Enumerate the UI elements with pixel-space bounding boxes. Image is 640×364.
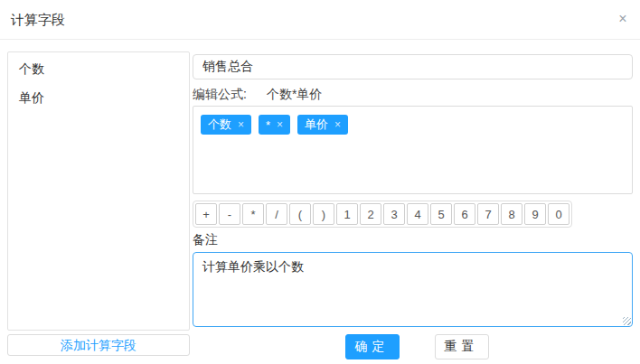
operator-key[interactable]: / bbox=[266, 203, 287, 225]
field-name-input[interactable] bbox=[193, 54, 633, 79]
field-list-item[interactable]: 个数 bbox=[8, 55, 189, 84]
field-list-item[interactable]: 单价 bbox=[8, 84, 189, 113]
formula-chip-label: * bbox=[266, 118, 270, 132]
formula-preview: 个数*单价 bbox=[267, 87, 322, 101]
operator-key[interactable]: - bbox=[219, 203, 240, 225]
operator-key[interactable]: 9 bbox=[524, 203, 546, 225]
chip-remove-icon[interactable]: × bbox=[277, 119, 283, 130]
textarea-resize-handle[interactable] bbox=[623, 317, 631, 325]
formula-chip-label: 个数 bbox=[208, 117, 231, 133]
operator-key[interactable]: 3 bbox=[383, 203, 405, 225]
operator-key[interactable]: ( bbox=[289, 203, 311, 225]
operator-key[interactable]: 6 bbox=[454, 203, 475, 225]
dialog-title: 计算字段 bbox=[11, 12, 65, 29]
formula-chip[interactable]: *× bbox=[259, 115, 290, 135]
chip-remove-icon[interactable]: × bbox=[334, 119, 341, 130]
remark-label: 备注 bbox=[193, 232, 218, 248]
formula-chip[interactable]: 单价× bbox=[297, 115, 348, 135]
operator-key[interactable]: 4 bbox=[407, 203, 428, 225]
close-icon[interactable]: × bbox=[613, 9, 633, 29]
operator-keypad: +-*/()1234567890 bbox=[193, 201, 572, 228]
operator-key[interactable]: 1 bbox=[336, 203, 358, 225]
formula-label: 编辑公式: bbox=[193, 87, 247, 101]
formula-chip[interactable]: 个数× bbox=[201, 115, 251, 135]
calc-field-dialog: 计算字段 × 个数单价 添加计算字段 编辑公式:个数*单价 个数×*×单价× +… bbox=[0, 0, 640, 364]
formula-editor-area[interactable]: 个数×*×单价× bbox=[193, 106, 633, 194]
operator-key[interactable]: 0 bbox=[548, 203, 569, 225]
reset-button[interactable]: 重置 bbox=[435, 334, 489, 359]
formula-chip-label: 单价 bbox=[305, 117, 328, 133]
chip-remove-icon[interactable]: × bbox=[238, 119, 244, 130]
remark-textarea[interactable]: 计算单价乘以个数 bbox=[193, 252, 633, 327]
add-calc-field-button[interactable]: 添加计算字段 bbox=[7, 334, 190, 356]
title-divider bbox=[0, 39, 640, 40]
operator-key[interactable]: * bbox=[242, 203, 264, 225]
operator-key[interactable]: + bbox=[195, 203, 217, 225]
operator-key[interactable]: ) bbox=[313, 203, 334, 225]
confirm-button[interactable]: 确定 bbox=[345, 334, 400, 359]
field-list-panel: 个数单价 bbox=[7, 51, 190, 331]
operator-key[interactable]: 7 bbox=[477, 203, 499, 225]
formula-label-row: 编辑公式:个数*单价 bbox=[193, 87, 322, 103]
operator-key[interactable]: 8 bbox=[501, 203, 522, 225]
operator-key[interactable]: 5 bbox=[430, 203, 452, 225]
operator-key[interactable]: 2 bbox=[360, 203, 381, 225]
